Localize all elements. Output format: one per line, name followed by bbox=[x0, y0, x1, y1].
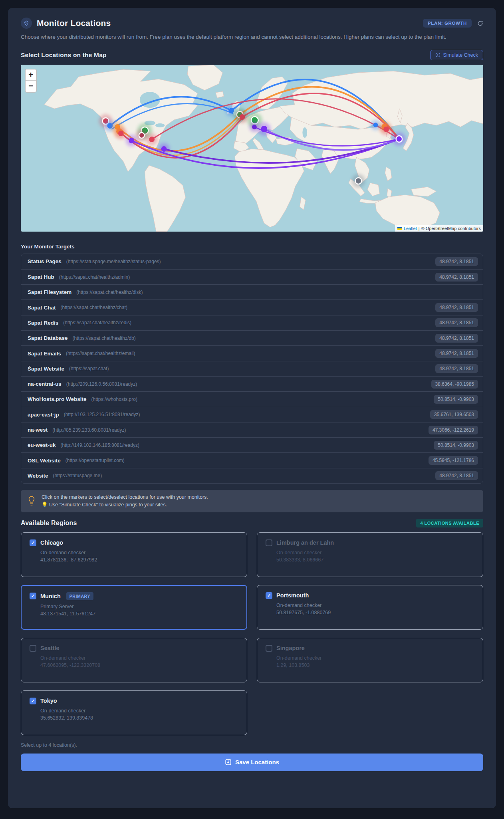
target-coordinates-badge: 48.9742, 8.1851 bbox=[435, 273, 478, 282]
region-coordinates: 35.652832, 139.839478 bbox=[40, 715, 238, 721]
map-marker-korea-red[interactable] bbox=[383, 127, 389, 132]
simulate-check-label: Simulate Check bbox=[443, 52, 478, 58]
region-type: On-demand checker bbox=[40, 655, 238, 661]
leaflet-link[interactable]: Leaflet bbox=[404, 226, 417, 231]
target-name: na-central-us bbox=[28, 381, 62, 387]
save-icon bbox=[225, 759, 232, 765]
target-name: eu-west-uk bbox=[28, 442, 56, 448]
save-locations-label: Save Locations bbox=[235, 759, 279, 765]
save-locations-button[interactable]: Save Locations bbox=[21, 754, 483, 771]
target-coordinates-badge: 48.9742, 8.1851 bbox=[435, 257, 478, 266]
target-name: na-west bbox=[28, 427, 48, 433]
target-coordinates-badge: 48.9742, 8.1851 bbox=[435, 471, 478, 480]
lightbulb-icon bbox=[27, 496, 36, 507]
map-zoom-out-button[interactable]: − bbox=[26, 81, 36, 92]
primary-badge: PRIMARY bbox=[66, 592, 93, 600]
map-marker-singapore-gray[interactable] bbox=[355, 178, 362, 184]
region-type: On-demand checker bbox=[276, 550, 474, 555]
region-type: On-demand checker bbox=[276, 655, 474, 661]
map-marker-chicago-maroon[interactable] bbox=[139, 133, 145, 138]
tip-line-1: Click on the markers to select/deselect … bbox=[42, 494, 208, 501]
region-type: On-demand checker bbox=[276, 603, 474, 608]
target-url: (http://103.125.216.51:8081/readyz) bbox=[64, 412, 140, 417]
target-url: (http://85.239.233.60:8081/readyz) bbox=[52, 427, 126, 433]
region-card-seattle: SeattleOn-demand checker47.6062095, -122… bbox=[21, 638, 247, 682]
target-coordinates-badge: 50.8514, -0.9903 bbox=[434, 441, 478, 450]
region-checkbox[interactable]: ✓ bbox=[30, 593, 36, 599]
region-name: Seattle bbox=[40, 645, 60, 651]
region-checkbox[interactable]: ✓ bbox=[30, 539, 36, 546]
regions-heading: Available Regions bbox=[21, 520, 77, 527]
region-checkbox bbox=[30, 645, 36, 652]
region-checkbox[interactable]: ✓ bbox=[266, 592, 272, 599]
refresh-icon[interactable] bbox=[477, 20, 483, 26]
target-url: (https://statuspage.me/healthz/status-pa… bbox=[66, 259, 161, 264]
target-url: (https://whohosts.pro) bbox=[91, 397, 137, 402]
plan-badge: PLAN: GROWTH bbox=[423, 19, 472, 28]
map-marker-us-red-east[interactable] bbox=[149, 137, 155, 142]
target-url: (https://sapat.chat/healthz/email) bbox=[66, 351, 135, 356]
target-url: (https://sapat.chat) bbox=[69, 366, 109, 371]
target-coordinates-badge: 48.9742, 8.1851 bbox=[435, 349, 478, 358]
map-marker-portsmouth-red[interactable] bbox=[240, 114, 245, 120]
target-url: (http://209.126.0.56:8081/readyz) bbox=[66, 381, 137, 387]
description: Choose where your distributed monitors w… bbox=[21, 33, 483, 42]
target-row: Sapat Database(https://sapat.chat/health… bbox=[21, 330, 483, 345]
target-row: Website(https://statuspage.me)48.9742, 8… bbox=[21, 468, 483, 483]
target-name: Sapat Database bbox=[28, 335, 68, 341]
target-coordinates-badge: 48.9742, 8.1851 bbox=[435, 303, 478, 312]
map-marker-tokyo-purple[interactable] bbox=[396, 136, 403, 142]
region-coordinates: 41.8781136, -87.6297982 bbox=[40, 557, 238, 563]
region-checkbox[interactable]: ✓ bbox=[30, 698, 36, 704]
simulate-check-button[interactable]: Simulate Check bbox=[430, 50, 483, 60]
target-name: Sapat Chat bbox=[28, 305, 56, 311]
map-zoom-in-button[interactable]: + bbox=[26, 69, 36, 81]
tip-line-2: 💡 Use "Simulate Check" to visualize ping… bbox=[42, 501, 208, 509]
region-name: Munich bbox=[40, 593, 61, 599]
target-row: Sapat Redis(https://sapat.chat/healthz/r… bbox=[21, 315, 483, 330]
target-name: WhoHosts.pro Website bbox=[28, 396, 87, 402]
regions-grid: ✓ChicagoOn-demand checker41.8781136, -87… bbox=[21, 532, 483, 735]
target-coordinates-badge: 48.9742, 8.1851 bbox=[435, 318, 478, 327]
map-marker-us-red[interactable] bbox=[118, 131, 124, 136]
target-name: Website bbox=[28, 473, 48, 479]
target-name: Sapat Filesystem bbox=[28, 289, 71, 295]
region-card-munich[interactable]: ✓MunichPRIMARYPrimary Server48.1371541, … bbox=[21, 585, 247, 630]
region-coordinates: 50.8197675, -1.0880769 bbox=[276, 610, 474, 615]
target-name: Šapat Website bbox=[28, 366, 64, 372]
monitor-locations-panel: Monitor Locations PLAN: GROWTH Choose wh… bbox=[8, 8, 496, 808]
map-marker-uk-blue[interactable] bbox=[228, 108, 234, 113]
selection-limit-note: Select up to 4 location(s). bbox=[21, 742, 483, 748]
header: Monitor Locations PLAN: GROWTH bbox=[21, 17, 483, 30]
target-row: Sapat Filesystem(https://sapat.chat/heal… bbox=[21, 284, 483, 299]
region-card-portsmouth[interactable]: ✓PortsmouthOn-demand checker50.8197675, … bbox=[257, 585, 483, 630]
region-card-limburg-an-der-lahn: Limburg an der LahnOn-demand checker50.3… bbox=[257, 532, 483, 577]
target-coordinates-badge: 45.5945, -121.1786 bbox=[429, 456, 478, 465]
target-row: na-west(http://85.239.233.60:8081/readyz… bbox=[21, 422, 483, 437]
target-coordinates-badge: 48.9742, 8.1851 bbox=[435, 334, 478, 343]
region-card-chicago[interactable]: ✓ChicagoOn-demand checker41.8781136, -87… bbox=[21, 532, 247, 577]
map-marker-europe-purple-small[interactable] bbox=[252, 125, 257, 129]
target-row: Šapat Website(https://sapat.chat)48.9742… bbox=[21, 361, 483, 376]
targets-heading: Your Monitor Targets bbox=[21, 244, 483, 250]
target-coordinates-badge: 38.6364, -90.1985 bbox=[431, 380, 478, 389]
target-row: OSL Website(https://openstartuplist.com)… bbox=[21, 452, 483, 468]
target-url: (https://sapat.chat/healthz/redis) bbox=[63, 320, 131, 325]
target-coordinates-badge: 35.6761, 139.6503 bbox=[430, 410, 478, 419]
region-type: On-demand checker bbox=[40, 550, 238, 555]
target-row: WhoHosts.pro Website(https://whohosts.pr… bbox=[21, 391, 483, 407]
ukraine-flag-icon bbox=[397, 227, 402, 230]
map-marker-us-purple-west[interactable] bbox=[129, 138, 134, 143]
region-card-tokyo[interactable]: ✓TokyoOn-demand checker35.652832, 139.83… bbox=[21, 690, 247, 735]
target-name: Status Pages bbox=[28, 258, 62, 264]
attribution-separator: | bbox=[419, 226, 420, 231]
tip-box: Click on the markers to select/deselect … bbox=[21, 490, 483, 512]
region-coordinates: 48.1371541, 11.5761247 bbox=[40, 611, 238, 617]
map-marker-europe-purple-big[interactable] bbox=[261, 126, 268, 132]
map-marker-china-blue[interactable] bbox=[373, 123, 378, 127]
map-marker-us-purple-south[interactable] bbox=[161, 146, 167, 152]
world-map[interactable]: + − Leaflet | © OpenStreetMap contributo… bbox=[21, 65, 483, 232]
target-name: Sapat Hub bbox=[28, 274, 54, 280]
monitor-targets-list: Status Pages(https://statuspage.me/healt… bbox=[21, 254, 483, 484]
target-name: apac-east-jp bbox=[28, 412, 59, 418]
